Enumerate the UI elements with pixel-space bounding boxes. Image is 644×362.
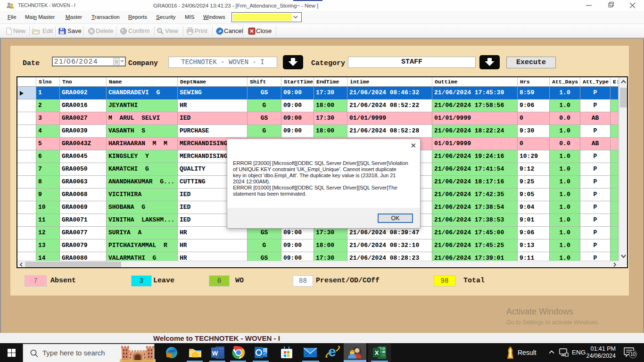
svg-text:W: W	[212, 350, 218, 357]
svg-text:e: e	[328, 345, 336, 359]
svg-text:X: X	[375, 349, 379, 356]
